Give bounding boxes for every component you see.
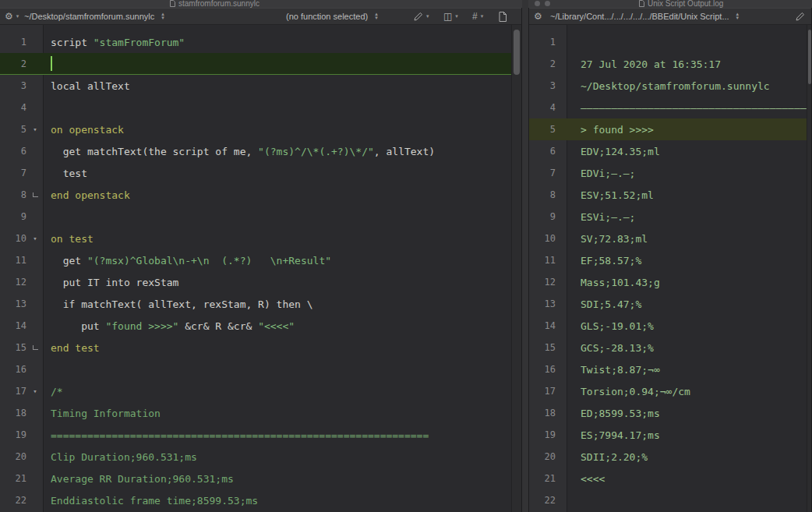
code-line[interactable]: 8end openstack [0, 184, 511, 206]
code-line[interactable]: 4———————————————————————————————————————… [529, 97, 807, 118]
line-number: 8 [529, 189, 556, 200]
code-line[interactable]: 16 [0, 358, 511, 380]
code-text [567, 31, 807, 53]
code-line[interactable]: 227 Jul 2020 at 16:35:17 [529, 53, 807, 75]
code-line[interactable]: 21<<<< [529, 468, 807, 489]
code-line[interactable]: 16Twist;8.87;¬∞ [529, 358, 807, 380]
document-proxy[interactable] [499, 9, 507, 24]
code-line[interactable]: 8ESV;51.52;ml [529, 184, 807, 206]
code-line[interactable]: 1 [529, 31, 807, 53]
code-line[interactable]: 11EF;58.57;% [529, 249, 807, 271]
code-line[interactable]: 20SDII;2.20;% [529, 446, 807, 468]
fold-arrow-icon[interactable]: ▾ [33, 387, 37, 395]
line-number: 2 [529, 58, 556, 69]
code-line[interactable]: 7 test [0, 162, 511, 184]
line-number: 8 [0, 189, 26, 200]
line-gutter: 18 [529, 402, 567, 424]
code-line[interactable]: 11 get "(?msx)^Global\n-+\n (.*?) \n+Res… [0, 249, 511, 271]
code-text [44, 358, 511, 380]
line-gutter: 10 [529, 228, 567, 249]
settings-menu[interactable]: ⚙ ▾ [5, 9, 19, 24]
code-line[interactable]: 12 put IT into rexStam [0, 271, 511, 293]
code-line[interactable]: 6EDV;124.35;ml [529, 140, 807, 162]
line-gutter: 7 [0, 162, 44, 184]
documents-menu[interactable]: ◫ ▾ [443, 9, 458, 24]
line-gutter: 3 [529, 75, 567, 97]
line-gutter: 17 [529, 380, 567, 402]
code-line[interactable]: 15GCS;-28.13;% [529, 337, 807, 358]
line-gutter: 1 [0, 31, 44, 53]
right-code-editor[interactable]: 1227 Jul 2020 at 16:35:173~/Desktop/stam… [529, 25, 807, 512]
code-line[interactable]: 4 [0, 97, 511, 118]
fold-arrow-icon[interactable]: ▾ [33, 235, 37, 242]
code-line[interactable]: 19======================================… [0, 424, 511, 446]
line-number: 5 [0, 124, 26, 135]
left-code-editor[interactable]: 1script "stamFromForum"23local allText45… [0, 25, 511, 512]
code-line[interactable]: 3local allText [0, 75, 511, 97]
file-path-menu[interactable]: ~/Desktop/stamfromforum.sunnylc ▴▾ [24, 9, 164, 24]
code-line[interactable]: 10▾on test [0, 228, 511, 249]
code-line[interactable]: 21Average RR Duration;960.531;ms [0, 468, 511, 489]
code-line[interactable]: 7EDVi;—.—; [529, 162, 807, 184]
code-line[interactable]: 12Mass;101.43;g [529, 271, 807, 293]
line-gutter: 9 [529, 206, 567, 228]
line-number-menu[interactable]: # ▾ [472, 9, 483, 24]
code-line[interactable]: 6 get matchText(the script of me, "(?ms)… [0, 140, 511, 162]
fold-marker-slot [26, 192, 44, 197]
code-line[interactable]: 9 [0, 206, 511, 228]
code-line[interactable]: 22 [529, 489, 807, 511]
code-line[interactable]: 20Clip Duration;960.531;ms [0, 446, 511, 468]
line-number: 3 [0, 80, 26, 91]
code-line[interactable]: 14 put "found >>>>" &cr& R &cr& "<<<<" [0, 315, 511, 337]
code-text: Clip Duration;960.531;ms [44, 446, 511, 468]
left-vertical-scrollbar[interactable] [511, 25, 521, 512]
line-gutter: 17▾ [0, 380, 44, 402]
code-line[interactable]: 19ES;7994.17;ms [529, 424, 807, 446]
window-control-button[interactable] [545, 1, 550, 6]
line-number: 4 [529, 102, 556, 113]
scrollbar-thumb[interactable] [514, 30, 520, 75]
file-path-menu[interactable]: ~/Library/Cont.../.../.../.../.../BBEdit… [550, 9, 739, 24]
code-line[interactable]: 17▾/* [0, 380, 511, 402]
code-text [44, 206, 511, 228]
code-text: Timing Information [44, 402, 511, 424]
code-line[interactable]: 13 if matchText( allText, rexStam, R) th… [0, 293, 511, 315]
line-gutter: 16 [0, 358, 44, 380]
code-text: Torsion;0.94;¬∞/cm [567, 380, 807, 402]
code-line[interactable]: 10SV;72.83;ml [529, 228, 807, 249]
left-window-titlebar: stamfromforum.sunnylc [0, 0, 522, 8]
line-gutter: 22 [0, 489, 44, 511]
code-line[interactable]: 15end test [0, 337, 511, 358]
line-gutter: 22 [529, 489, 567, 511]
code-line[interactable]: 18ED;8599.53;ms [529, 402, 807, 424]
code-line[interactable]: 9ESVi;—.—; [529, 206, 807, 228]
edit-menu[interactable]: ▾ [414, 9, 429, 24]
code-text: > found >>>> [567, 118, 807, 140]
code-line[interactable]: 18Timing Information [0, 402, 511, 424]
code-line[interactable]: 3~/Desktop/stamfromforum.sunnylc [529, 75, 807, 97]
code-text: SV;72.83;ml [567, 228, 807, 249]
fold-arrow-icon[interactable]: ▾ [33, 125, 37, 133]
edit-menu[interactable] [796, 9, 805, 24]
right-window-titlebar: Unix Script Output.log [528, 0, 812, 8]
code-line[interactable]: 13SDI;5.47;% [529, 293, 807, 315]
code-line[interactable]: 22Enddiastolic frame time;8599.53;ms [0, 489, 511, 511]
code-line[interactable]: 5▾on openstack [0, 118, 511, 140]
code-line[interactable]: 2 [0, 53, 511, 75]
line-number: 20 [529, 451, 556, 462]
line-gutter: 18 [0, 402, 44, 424]
left-window-tab[interactable]: stamfromforum.sunnylc [170, 0, 259, 8]
line-gutter: 15 [529, 337, 567, 358]
scrollbar-thumb[interactable] [808, 30, 811, 84]
window-control-button[interactable] [535, 1, 540, 6]
function-selector-menu[interactable]: (no function selected) ▴▾ [286, 9, 378, 24]
code-text: put IT into rexStam [44, 271, 511, 293]
right-vertical-scrollbar[interactable] [807, 25, 811, 512]
settings-menu[interactable]: ⚙ [534, 9, 542, 24]
code-line[interactable]: 17Torsion;0.94;¬∞/cm [529, 380, 807, 402]
updown-chevrons-icon: ▴▾ [375, 12, 378, 20]
code-line[interactable]: 1script "stamFromForum" [0, 31, 511, 53]
code-line[interactable]: 14GLS;-19.01;% [529, 315, 807, 337]
line-gutter: 19 [529, 424, 567, 446]
code-line[interactable]: 5> found >>>> [529, 118, 807, 140]
